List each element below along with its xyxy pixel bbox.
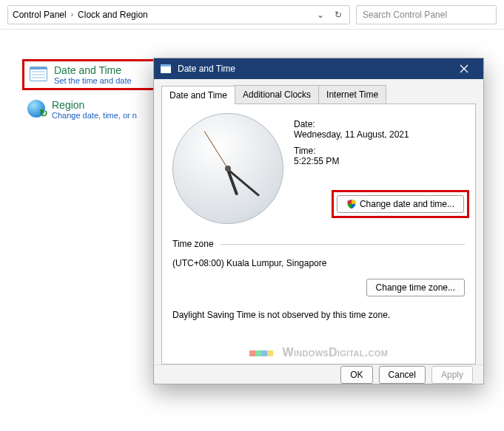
change-time-zone-button[interactable]: Change time zone... [366, 279, 465, 296]
chevron-down-icon[interactable]: ⌄ [314, 10, 327, 20]
address-bar: Control Panel › Clock and Region ⌄ ↻ Sea… [0, 0, 504, 30]
analog-clock [172, 113, 283, 224]
close-icon [460, 64, 468, 73]
timezone-value: (UTC+08:00) Kuala Lumpur, Singapore [172, 258, 465, 268]
sidebar-item-subtitle[interactable]: Change date, time, or n [52, 111, 137, 120]
tab-panel-date-and-time: Date: Wednesday, 11 August, 2021 Time: 5… [161, 104, 476, 364]
apply-button[interactable]: Apply [431, 366, 473, 384]
sidebar-item-title: Date and Time [54, 64, 132, 76]
change-date-time-button[interactable]: Change date and time... [337, 195, 464, 213]
globe-icon [27, 99, 46, 118]
date-label: Date: [294, 119, 465, 129]
watermark-flag-icon [249, 350, 273, 356]
calendar-small-icon [160, 63, 172, 75]
category-list: Date and Time Set the time and date Regi… [22, 59, 155, 129]
breadcrumb-path[interactable]: Control Panel › Clock and Region ⌄ ↻ [7, 5, 350, 24]
date-time-dialog: Date and Time Date and Time Additional C… [153, 58, 484, 384]
calendar-icon [29, 64, 48, 84]
tabs: Date and Time Additional Clocks Internet… [161, 85, 476, 104]
breadcrumb-current[interactable]: Clock and Region [78, 10, 148, 20]
refresh-icon[interactable]: ↻ [332, 10, 345, 20]
dialog-footer: OK Cancel Apply [154, 364, 483, 384]
sidebar-item-title: Region [52, 99, 137, 111]
clock-center-pin [225, 166, 231, 172]
change-date-time-label: Change date and time... [360, 199, 454, 209]
dialog-titlebar[interactable]: Date and Time [154, 58, 483, 79]
sidebar-item-date-and-time[interactable]: Date and Time Set the time and date [22, 59, 155, 90]
dst-info-text: Daylight Saving Time is not observed by … [172, 310, 465, 320]
highlight-change-date-time: Change date and time... [332, 190, 469, 218]
timezone-heading: Time zone [172, 239, 465, 249]
watermark: WindowsDigital.com [162, 346, 475, 359]
ok-button[interactable]: OK [340, 366, 372, 384]
time-label: Time: [294, 146, 465, 156]
cancel-button[interactable]: Cancel [379, 366, 426, 384]
date-value: Wednesday, 11 August, 2021 [294, 129, 465, 140]
uac-shield-icon [346, 199, 357, 209]
dialog-title: Date and Time [178, 64, 445, 74]
sidebar-item-subtitle[interactable]: Set the time and date [54, 76, 132, 85]
chevron-right-icon: › [71, 10, 73, 18]
breadcrumb-root[interactable]: Control Panel [13, 10, 67, 20]
close-button[interactable] [451, 58, 477, 79]
tab-internet-time[interactable]: Internet Time [318, 85, 386, 103]
tab-additional-clocks[interactable]: Additional Clocks [235, 85, 319, 103]
watermark-text: WindowsDigital.com [283, 346, 389, 359]
time-value: 5:22:55 PM [294, 156, 465, 166]
change-time-zone-label: Change time zone... [376, 282, 455, 293]
search-input[interactable]: Search Control Panel [356, 5, 497, 24]
tab-date-and-time[interactable]: Date and Time [161, 86, 235, 104]
sidebar-item-region[interactable]: Region Change date, time, or n [22, 96, 155, 123]
clock-second-hand [204, 131, 229, 169]
